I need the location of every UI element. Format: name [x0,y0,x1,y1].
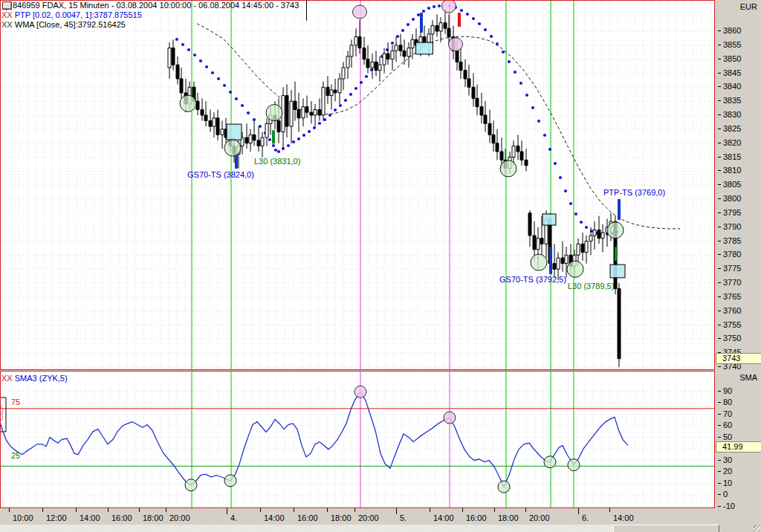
trade-marker-circle[interactable] [224,140,241,156]
price-axis[interactable]: EUR 386038553850384538403835383038253820… [716,0,761,369]
oscillator-panel[interactable]: XX SMA3 (ZYK,5) 75 25 [0,371,715,508]
trade-marker-circle[interactable] [500,160,516,177]
wma-line [197,24,680,229]
time-tick-mark [354,508,355,512]
time-tick-label: 6. [582,513,589,522]
time-tick-mark [462,508,463,512]
time-tick-label: 18:00 [331,513,352,522]
resize-grip-icon[interactable] [754,525,760,531]
trade-annotation-label[interactable]: GS70-TS (3824,0) [187,170,254,179]
time-tick-label: 4. [230,513,237,522]
trough-marker-circle[interactable] [498,481,510,493]
trade-marker-circle[interactable] [266,105,282,121]
time-tick-mark [578,508,579,514]
time-tick-mark [525,508,526,512]
candles-down [172,23,621,359]
oscillator-svg [0,371,715,508]
peak-marker-circle[interactable] [449,38,463,51]
trading-chart-window: 846959 FDAX, 15 Minuten - 03.08.2004 10:… [0,0,761,532]
trade-marker-circle[interactable] [180,95,196,111]
indicator-wma-text: WMA [Close, 45]:3792.516425 [13,20,126,29]
time-tick-mark [227,508,227,514]
peak-marker-circle[interactable] [353,5,367,19]
peak-marker-circle[interactable] [442,0,456,13]
peak-marker-circle[interactable] [354,386,366,398]
peak-marker-circle[interactable] [444,412,456,424]
chart-title: 846959 FDAX, 15 Minuten - 03.08.2004 10:… [13,1,299,10]
clipped-series-artifact [1,406,3,421]
trough-marker-circle[interactable] [224,475,236,487]
time-tick-label: 10:00 [13,513,33,522]
time-tick-label: 14:00 [433,513,454,522]
time-tick-mark [609,508,610,512]
indicator-ptp-text: PTP [0.02, 0.0047, 1]:3787.875515 [13,10,142,19]
time-tick-mark [396,508,397,514]
trade-marker-square[interactable] [227,124,242,140]
price-chart-panel[interactable]: 846959 FDAX, 15 Minuten - 03.08.2004 10:… [0,0,715,370]
trade-annotation-label[interactable]: L30 (3789,5) [568,282,614,291]
time-tick-mark [494,508,495,512]
trough-marker-circle[interactable] [185,479,197,491]
trade-marker-square[interactable] [416,42,433,54]
time-tick-mark [42,508,43,512]
time-tick-label: 16:00 [466,513,487,522]
price-panel-border [1,1,715,370]
time-tick-label: 20:00 [169,513,190,522]
time-tick-label: 14:00 [264,513,285,522]
sma3-line [0,392,628,487]
scrollbar-thumb[interactable] [613,525,719,532]
overbought-level-label: 75 [11,398,20,406]
time-tick-mark [9,508,10,512]
signal-bar-blue[interactable] [549,247,552,274]
status-corner [719,525,761,532]
last-price-badge: 3743 [716,353,761,364]
time-tick-mark [108,508,109,512]
time-tick-mark [139,508,140,512]
trade-marker-square[interactable] [610,265,625,278]
time-tick-label: 16:00 [111,513,132,522]
time-axis[interactable]: 10:0012:0014:0016:0018:0020:004.14:0016:… [0,508,715,525]
window-pin-icon[interactable] [2,1,12,10]
signal-bar-green[interactable] [272,130,275,143]
title-cursor-caret [306,0,307,21]
oscillator-axis[interactable]: SMA 90807060503020100-10 41.99 [716,371,761,508]
indicator-sma-text: SMA3 (ZYK,5) [13,374,68,383]
time-tick-label: 20:00 [529,513,550,522]
oversold-level-label: 25 [11,451,20,460]
trade-marker-circle[interactable] [567,261,583,277]
trade-annotation-label[interactable]: L30 (3831,0) [254,157,300,166]
trough-marker-circle[interactable] [568,459,580,471]
signal-bar-green[interactable] [615,247,618,261]
time-tick-mark [260,508,261,512]
candle-wicks [169,9,619,367]
trade-marker-square[interactable] [543,214,556,225]
indicator-ptp-legend: XX PTP [0.02, 0.0047, 1]:3787.875515 [1,10,142,19]
time-tick-mark [76,508,77,512]
trade-annotation-label[interactable]: GS70-TS (3792,5) [499,275,566,284]
grid [2,1,712,369]
time-tick-mark [327,508,328,512]
time-tick-label: 14:00 [80,513,100,522]
signal-bar-blue[interactable] [420,13,423,33]
time-tick-label: 18:00 [143,513,163,522]
signal-bar-blue[interactable] [618,199,621,220]
signal-bar-red[interactable] [458,13,461,27]
time-tick-label: 18:00 [498,513,519,522]
trade-annotation-label[interactable]: PTP-TS (3769,0) [603,188,665,197]
indicator-xx-mark: XX [1,10,13,19]
time-tick-label: 20:00 [358,513,379,522]
trade-marker-circle[interactable] [531,254,547,270]
horizontal-scrollbar[interactable] [0,525,719,532]
indicator-xx-mark: XX [1,20,13,29]
time-tick-label: 16:00 [297,513,318,522]
trough-marker-circle[interactable] [544,456,556,468]
time-tick-mark [166,508,166,512]
price-chart-svg [0,0,715,370]
last-oscillator-badge: 41.99 [716,441,761,452]
time-tick-label: 14:00 [613,513,634,522]
indicator-xx-mark: XX [1,374,13,383]
indicator-wma-legend: XX WMA [Close, 45]:3792.516425 [1,20,126,29]
time-tick-mark [294,508,294,512]
oscillator-axis-unit: SMA [739,373,757,382]
trade-marker-circle[interactable] [607,222,624,239]
